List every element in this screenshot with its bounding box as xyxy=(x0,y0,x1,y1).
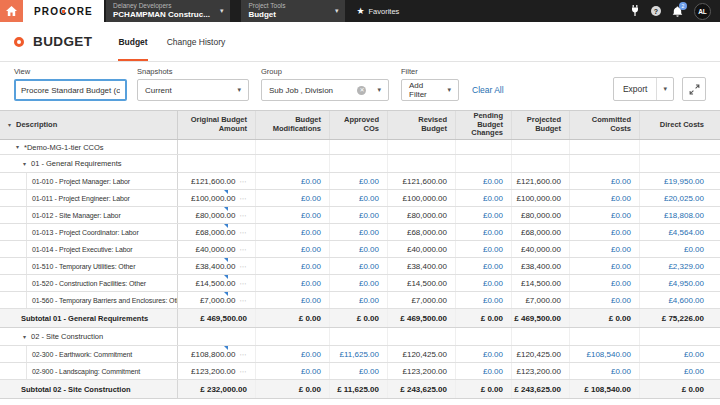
tool-selector[interactable]: Project Tools Budget ▾ xyxy=(241,0,345,22)
row-description[interactable]: ▾*Demo-MG-1-tier CCOs xyxy=(0,140,178,154)
budget-value-cell: £0.00 xyxy=(570,241,640,257)
row-description[interactable]: ▾02 - Site Construction xyxy=(0,328,178,345)
drilldown-value-link[interactable]: £4,600.00 xyxy=(668,296,704,305)
export-button[interactable]: Export ▾ xyxy=(613,77,674,101)
drilldown-value-link[interactable]: £0.00 xyxy=(611,211,631,220)
drilldown-value-link[interactable]: £0.00 xyxy=(611,245,631,254)
drilldown-value-link[interactable]: £19,950.00 xyxy=(664,177,704,186)
drilldown-value-link[interactable]: £0.00 xyxy=(301,194,321,203)
drilldown-value-link[interactable]: £0.00 xyxy=(483,350,503,359)
drilldown-value-link[interactable]: £0.00 xyxy=(483,211,503,220)
drilldown-value-link[interactable]: £0.00 xyxy=(359,194,379,203)
budget-value-cell: £120,425.00 xyxy=(388,346,456,362)
drilldown-value-link[interactable]: £4,950.00 xyxy=(668,279,704,288)
row-menu-icon[interactable]: ⋯ xyxy=(240,178,248,185)
drilldown-value-link[interactable]: £0.00 xyxy=(301,245,321,254)
budget-line-row: 01-014 - Project Executive: Labor£40,000… xyxy=(0,241,720,258)
group-select[interactable]: Sub Job , Division ✕ ▾ xyxy=(261,79,389,101)
drilldown-value-link[interactable]: £0.00 xyxy=(611,279,631,288)
fullscreen-button[interactable] xyxy=(682,77,706,101)
drilldown-value-link[interactable]: £2,329.00 xyxy=(668,262,704,271)
drilldown-value-link[interactable]: £0.00 xyxy=(684,245,704,254)
drilldown-value-link[interactable]: £0.00 xyxy=(359,367,379,376)
notifications-bell-icon[interactable]: 2 xyxy=(672,6,683,17)
help-icon[interactable]: ? xyxy=(651,6,661,16)
drilldown-value-link[interactable]: £0.00 xyxy=(611,228,631,237)
collapse-all-icon[interactable]: ▾ xyxy=(8,122,11,128)
drilldown-value-link[interactable]: £0.00 xyxy=(483,245,503,254)
favorites-button[interactable]: ★ Favorites xyxy=(356,0,399,22)
budget-value: £120,425.00 xyxy=(517,350,562,359)
home-button[interactable] xyxy=(0,0,23,22)
row-menu-icon[interactable]: ⋯ xyxy=(240,212,248,219)
row-menu-icon[interactable]: ⋯ xyxy=(240,195,248,202)
company-project-selector[interactable]: Delaney Developers PCHAMPMAN Construc...… xyxy=(106,0,230,22)
row-menu-icon[interactable]: ⋯ xyxy=(240,263,248,270)
drilldown-value-link[interactable]: £0.00 xyxy=(359,228,379,237)
clear-group-icon[interactable]: ✕ xyxy=(357,86,366,95)
chevron-down-icon[interactable]: ▾ xyxy=(16,144,19,150)
avatar[interactable]: AL xyxy=(694,3,711,20)
drilldown-value-link[interactable]: £0.00 xyxy=(611,367,631,376)
drilldown-value-link[interactable]: £0.00 xyxy=(359,279,379,288)
drilldown-value-link[interactable]: £0.00 xyxy=(301,211,321,220)
tab-change-history[interactable]: Change History xyxy=(167,22,226,61)
drilldown-value-link[interactable]: £0.00 xyxy=(301,279,321,288)
drilldown-value-link[interactable]: £0.00 xyxy=(483,262,503,271)
procore-logo[interactable]: PROCORE xyxy=(23,0,104,22)
drilldown-value-link[interactable]: £0.00 xyxy=(611,262,631,271)
drilldown-value-link[interactable]: £0.00 xyxy=(359,177,379,186)
chevron-down-icon[interactable]: ▾ xyxy=(23,161,26,167)
row-menu-icon[interactable]: ⋯ xyxy=(240,351,248,358)
logo-c-mark: C xyxy=(59,6,67,17)
snapshots-select[interactable]: Current ▾ xyxy=(137,79,249,101)
add-filter-button[interactable]: Add Filter ▾ xyxy=(401,79,459,101)
note-indicator xyxy=(224,190,228,194)
tab-budget[interactable]: Budget xyxy=(118,22,147,61)
drilldown-value-link[interactable]: £0.00 xyxy=(301,350,321,359)
top-navbar: PROCORE Delaney Developers PCHAMPMAN Con… xyxy=(0,0,720,22)
drilldown-value-link[interactable]: £0.00 xyxy=(483,194,503,203)
drilldown-value-link[interactable]: £4,564.00 xyxy=(668,228,704,237)
row-description[interactable]: ▾01 - General Requirements xyxy=(0,155,178,172)
drilldown-value-link[interactable]: £108,540.00 xyxy=(587,350,632,359)
budget-value-cell: £11,625.00 xyxy=(330,346,388,362)
row-description-text: 01-560 - Temporary Barriers and Enclosur… xyxy=(32,297,178,304)
row-menu-icon[interactable]: ⋯ xyxy=(240,368,248,375)
drilldown-value-link[interactable]: £0.00 xyxy=(684,367,704,376)
drilldown-value-link[interactable]: £0.00 xyxy=(483,228,503,237)
drilldown-value-link[interactable]: £0.00 xyxy=(359,262,379,271)
chevron-down-icon[interactable]: ▾ xyxy=(23,334,26,340)
row-menu-icon[interactable]: ⋯ xyxy=(240,297,248,304)
drilldown-value-link[interactable]: £0.00 xyxy=(359,211,379,220)
row-menu-icon[interactable]: ⋯ xyxy=(240,246,248,253)
drilldown-value-link[interactable]: £0.00 xyxy=(301,262,321,271)
budget-value-cell: £40,000.00 xyxy=(388,241,456,257)
drilldown-value-link[interactable]: £0.00 xyxy=(611,296,631,305)
drilldown-value-link[interactable]: £11,625.00 xyxy=(340,350,379,359)
drilldown-value-link[interactable]: £0.00 xyxy=(301,177,321,186)
drilldown-value-link[interactable]: £20,025.00 xyxy=(664,194,704,203)
drilldown-value-link[interactable]: £0.00 xyxy=(483,367,503,376)
drilldown-value-link[interactable]: £0.00 xyxy=(483,177,503,186)
drilldown-value-link[interactable]: £18,808.00 xyxy=(664,211,704,220)
drilldown-value-link[interactable]: £0.00 xyxy=(301,367,321,376)
budget-toolbar: View Snapshots Current ▾ Group Sub Job ,… xyxy=(0,62,720,110)
clear-all-link[interactable]: Clear All xyxy=(472,79,504,101)
drilldown-value-link[interactable]: £0.00 xyxy=(359,245,379,254)
drilldown-value-link[interactable]: £0.00 xyxy=(301,296,321,305)
col-header-description[interactable]: ▾ Description xyxy=(0,111,178,139)
drilldown-value-link[interactable]: £0.00 xyxy=(611,194,631,203)
marketplace-plug-icon[interactable] xyxy=(630,5,640,17)
drilldown-value-link[interactable]: £0.00 xyxy=(359,296,379,305)
budget-value-cell xyxy=(256,155,330,172)
drilldown-value-link[interactable]: £0.00 xyxy=(483,279,503,288)
drilldown-value-link[interactable]: £0.00 xyxy=(483,296,503,305)
drilldown-value-link[interactable]: £0.00 xyxy=(611,177,631,186)
budget-value-cell xyxy=(456,328,512,345)
drilldown-value-link[interactable]: £0.00 xyxy=(301,228,321,237)
row-menu-icon[interactable]: ⋯ xyxy=(240,229,248,236)
drilldown-value-link[interactable]: £0.00 xyxy=(684,350,704,359)
view-input[interactable] xyxy=(14,79,127,101)
row-menu-icon[interactable]: ⋯ xyxy=(240,280,248,287)
